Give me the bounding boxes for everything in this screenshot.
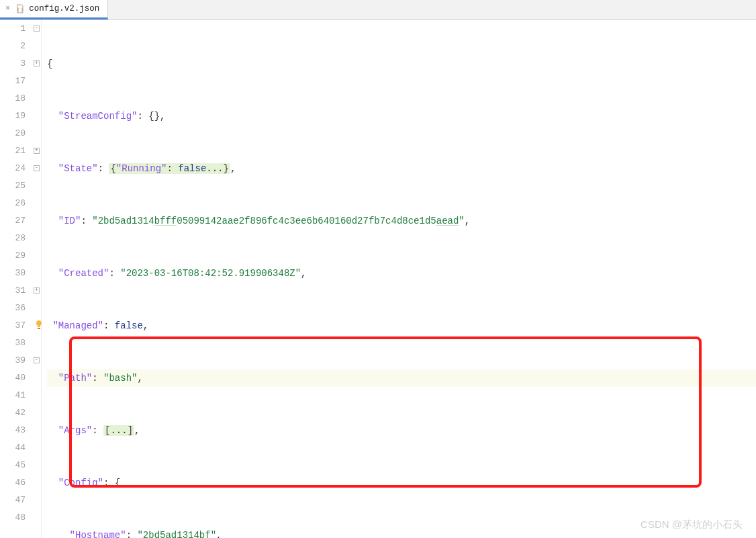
fold-placeholder[interactable]: {"Running": false...} bbox=[109, 163, 230, 174]
close-icon[interactable]: × bbox=[5, 4, 10, 13]
svg-rect-0 bbox=[38, 328, 40, 329]
hint-bulb-icon[interactable] bbox=[35, 320, 43, 330]
json-file-icon bbox=[15, 4, 25, 13]
fold-toggle-icon[interactable]: - bbox=[34, 357, 40, 363]
fold-toggle-icon[interactable]: - bbox=[34, 26, 40, 32]
fold-toggle-icon[interactable]: + bbox=[34, 60, 40, 66]
tab-config[interactable]: × config.v2.json bbox=[0, 0, 108, 19]
code-area[interactable]: { "StreamConfig": {}, "State": {"Running… bbox=[42, 20, 756, 538]
fold-toggle-icon[interactable]: - bbox=[34, 165, 40, 171]
code-editor[interactable]: 1231718192021242526272829303136373839404… bbox=[0, 20, 756, 538]
line-number-gutter: 1231718192021242526272829303136373839404… bbox=[0, 20, 32, 538]
fold-placeholder[interactable]: [...] bbox=[103, 425, 134, 436]
tab-bar: × config.v2.json bbox=[0, 0, 756, 20]
tab-label: config.v2.json bbox=[29, 4, 99, 13]
fold-toggle-icon[interactable]: + bbox=[34, 287, 40, 294]
fold-toggle-icon[interactable]: + bbox=[34, 148, 40, 154]
fold-gutter[interactable]: -++-+- bbox=[32, 20, 42, 538]
